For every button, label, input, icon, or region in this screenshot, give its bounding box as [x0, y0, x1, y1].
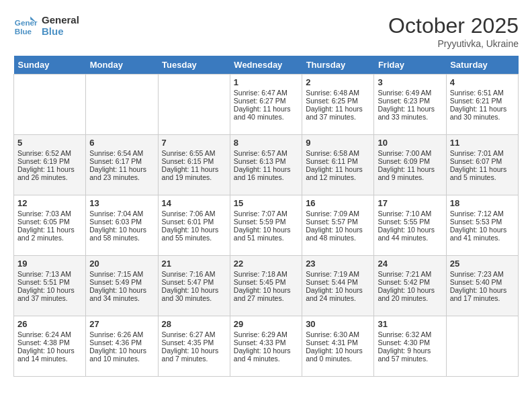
col-header-wednesday: Wednesday: [230, 56, 302, 75]
day-number: 30: [306, 319, 370, 329]
day-number: 5: [17, 138, 82, 148]
week-row-2: 5Sunrise: 6:52 AMSunset: 6:19 PMDaylight…: [14, 135, 519, 195]
calendar-header-row: SundayMondayTuesdayWednesdayThursdayFrid…: [14, 56, 519, 75]
svg-text:General: General: [15, 18, 38, 27]
col-header-tuesday: Tuesday: [158, 56, 230, 75]
day-info: Sunrise: 6:29 AMSunset: 4:33 PMDaylight:…: [234, 330, 291, 363]
day-number: 23: [306, 259, 370, 269]
day-number: 7: [162, 138, 226, 148]
day-number: 17: [378, 198, 442, 208]
svg-text:Blue: Blue: [15, 27, 32, 36]
day-number: 16: [306, 198, 370, 208]
day-info: Sunrise: 7:13 AMSunset: 5:51 PMDaylight:…: [17, 270, 75, 302]
day-info: Sunrise: 7:16 AMSunset: 5:47 PMDaylight:…: [162, 270, 219, 302]
week-row-4: 19Sunrise: 7:13 AMSunset: 5:51 PMDayligh…: [14, 256, 519, 316]
day-number: 22: [234, 259, 298, 269]
day-info: Sunrise: 7:00 AMSunset: 6:09 PMDaylight:…: [378, 149, 435, 181]
calendar-cell: 8Sunrise: 6:57 AMSunset: 6:13 PMDaylight…: [230, 135, 302, 195]
calendar-cell: 30Sunrise: 6:30 AMSunset: 4:31 PMDayligh…: [302, 316, 374, 377]
logo-general: General: [42, 14, 79, 26]
calendar-cell: 6Sunrise: 6:54 AMSunset: 6:17 PMDaylight…: [86, 135, 158, 195]
day-info: Sunrise: 7:15 AMSunset: 5:49 PMDaylight:…: [89, 270, 146, 302]
month-title: October 2025: [388, 13, 519, 38]
logo-icon: General Blue: [13, 13, 38, 38]
col-header-monday: Monday: [86, 56, 158, 75]
calendar-cell: 20Sunrise: 7:15 AMSunset: 5:49 PMDayligh…: [86, 256, 158, 316]
calendar-cell: [86, 75, 158, 135]
calendar-cell: 21Sunrise: 7:16 AMSunset: 5:47 PMDayligh…: [158, 256, 230, 316]
day-info: Sunrise: 7:18 AMSunset: 5:45 PMDaylight:…: [234, 270, 291, 302]
day-number: 14: [162, 198, 226, 208]
day-number: 4: [450, 77, 515, 87]
day-number: 15: [234, 198, 298, 208]
day-number: 1: [234, 77, 298, 87]
calendar-table: SundayMondayTuesdayWednesdayThursdayFrid…: [13, 56, 519, 377]
day-info: Sunrise: 6:32 AMSunset: 4:30 PMDaylight:…: [378, 330, 431, 363]
day-number: 21: [162, 259, 226, 269]
calendar-cell: [14, 75, 86, 135]
day-info: Sunrise: 7:04 AMSunset: 6:03 PMDaylight:…: [89, 210, 146, 242]
day-number: 31: [378, 319, 442, 329]
calendar-cell: 12Sunrise: 7:03 AMSunset: 6:05 PMDayligh…: [14, 195, 86, 256]
day-number: 11: [450, 138, 515, 148]
day-number: 12: [17, 198, 82, 208]
day-info: Sunrise: 6:30 AMSunset: 4:31 PMDaylight:…: [306, 330, 363, 363]
calendar-cell: 18Sunrise: 7:12 AMSunset: 5:53 PMDayligh…: [446, 195, 518, 256]
day-number: 19: [17, 259, 82, 269]
calendar-cell: 28Sunrise: 6:27 AMSunset: 4:35 PMDayligh…: [158, 316, 230, 377]
day-number: 20: [89, 259, 154, 269]
day-number: 27: [89, 319, 154, 329]
day-number: 24: [378, 259, 442, 269]
calendar-cell: 3Sunrise: 6:49 AMSunset: 6:23 PMDaylight…: [374, 75, 446, 135]
day-info: Sunrise: 6:52 AMSunset: 6:19 PMDaylight:…: [17, 149, 75, 181]
logo: General Blue General Blue: [13, 13, 79, 38]
day-info: Sunrise: 6:49 AMSunset: 6:23 PMDaylight:…: [378, 89, 435, 121]
day-number: 25: [450, 259, 515, 269]
day-info: Sunrise: 6:48 AMSunset: 6:25 PMDaylight:…: [306, 89, 363, 121]
calendar-cell: [158, 75, 230, 135]
calendar-cell: 26Sunrise: 6:24 AMSunset: 4:38 PMDayligh…: [14, 316, 86, 377]
day-info: Sunrise: 7:19 AMSunset: 5:44 PMDaylight:…: [306, 270, 363, 302]
day-info: Sunrise: 7:23 AMSunset: 5:40 PMDaylight:…: [450, 270, 507, 302]
day-number: 29: [234, 319, 298, 329]
day-number: 6: [89, 138, 154, 148]
page-header: General Blue General Blue October 2025 P…: [13, 13, 519, 49]
day-info: Sunrise: 7:03 AMSunset: 6:05 PMDaylight:…: [17, 210, 75, 242]
calendar-cell: 27Sunrise: 6:26 AMSunset: 4:36 PMDayligh…: [86, 316, 158, 377]
title-block: October 2025 Pryyutivka, Ukraine: [388, 13, 519, 49]
day-info: Sunrise: 6:54 AMSunset: 6:17 PMDaylight:…: [89, 149, 146, 181]
day-number: 10: [378, 138, 442, 148]
calendar-cell: 2Sunrise: 6:48 AMSunset: 6:25 PMDaylight…: [302, 75, 374, 135]
day-info: Sunrise: 6:27 AMSunset: 4:35 PMDaylight:…: [162, 330, 219, 363]
day-info: Sunrise: 6:26 AMSunset: 4:36 PMDaylight:…: [89, 330, 146, 363]
day-info: Sunrise: 7:21 AMSunset: 5:42 PMDaylight:…: [378, 270, 435, 302]
calendar-cell: 5Sunrise: 6:52 AMSunset: 6:19 PMDaylight…: [14, 135, 86, 195]
col-header-saturday: Saturday: [446, 56, 518, 75]
day-info: Sunrise: 7:01 AMSunset: 6:07 PMDaylight:…: [450, 149, 507, 181]
day-number: 28: [162, 319, 226, 329]
week-row-5: 26Sunrise: 6:24 AMSunset: 4:38 PMDayligh…: [14, 316, 519, 377]
location-subtitle: Pryyutivka, Ukraine: [388, 38, 519, 49]
col-header-friday: Friday: [374, 56, 446, 75]
calendar-cell: 4Sunrise: 6:51 AMSunset: 6:21 PMDaylight…: [446, 75, 518, 135]
day-info: Sunrise: 6:57 AMSunset: 6:13 PMDaylight:…: [234, 149, 291, 181]
calendar-cell: [446, 316, 518, 377]
calendar-cell: 15Sunrise: 7:07 AMSunset: 5:59 PMDayligh…: [230, 195, 302, 256]
calendar-cell: 22Sunrise: 7:18 AMSunset: 5:45 PMDayligh…: [230, 256, 302, 316]
day-info: Sunrise: 6:55 AMSunset: 6:15 PMDaylight:…: [162, 149, 219, 181]
calendar-cell: 7Sunrise: 6:55 AMSunset: 6:15 PMDaylight…: [158, 135, 230, 195]
col-header-thursday: Thursday: [302, 56, 374, 75]
day-number: 3: [378, 77, 442, 87]
calendar-cell: 31Sunrise: 6:32 AMSunset: 4:30 PMDayligh…: [374, 316, 446, 377]
day-number: 13: [89, 198, 154, 208]
calendar-cell: 13Sunrise: 7:04 AMSunset: 6:03 PMDayligh…: [86, 195, 158, 256]
calendar-cell: 24Sunrise: 7:21 AMSunset: 5:42 PMDayligh…: [374, 256, 446, 316]
day-info: Sunrise: 6:24 AMSunset: 4:38 PMDaylight:…: [17, 330, 75, 363]
day-info: Sunrise: 7:10 AMSunset: 5:55 PMDaylight:…: [378, 210, 435, 242]
week-row-1: 1Sunrise: 6:47 AMSunset: 6:27 PMDaylight…: [14, 75, 519, 135]
calendar-cell: 1Sunrise: 6:47 AMSunset: 6:27 PMDaylight…: [230, 75, 302, 135]
logo-blue: Blue: [42, 26, 79, 37]
day-number: 8: [234, 138, 298, 148]
calendar-cell: 29Sunrise: 6:29 AMSunset: 4:33 PMDayligh…: [230, 316, 302, 377]
day-number: 26: [17, 319, 82, 329]
